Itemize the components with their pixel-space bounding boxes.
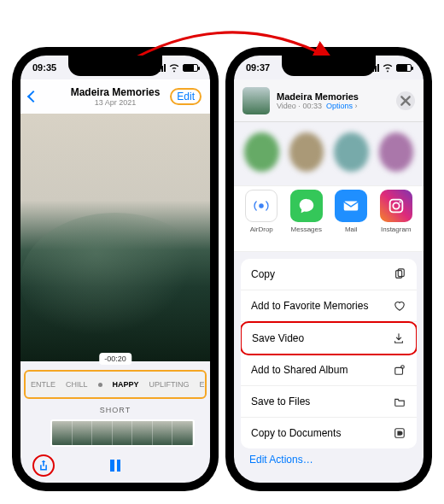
svg-point-0 (260, 203, 265, 208)
action-label: Copy (251, 268, 275, 280)
folder-icon (393, 395, 406, 408)
action-label: Copy to Documents (251, 427, 341, 439)
contact-3[interactable] (334, 132, 369, 172)
shared-album-icon (393, 363, 406, 377)
close-icon (400, 95, 412, 107)
mood-happy[interactable]: HAPPY (113, 380, 139, 389)
documents-app-icon (393, 426, 406, 440)
share-title: Madeira Memories (277, 91, 389, 102)
contact-1[interactable] (244, 132, 279, 172)
back-chevron-icon[interactable] (27, 91, 39, 103)
edit-actions-link[interactable]: Edit Actions… (249, 454, 313, 466)
duration-label: SHORT (20, 406, 210, 414)
svg-rect-7 (395, 367, 403, 374)
mail-icon (342, 196, 360, 215)
app-airdrop[interactable]: AirDrop (239, 190, 283, 248)
mood-strip[interactable]: ENTLE CHILL HAPPY UPLIFTING EPIC C (24, 370, 207, 399)
notch (68, 56, 162, 76)
messages-icon (297, 196, 316, 215)
app-instagram[interactable]: Instagram (374, 190, 418, 248)
share-subtitle: Video · 00:33 Options › (277, 102, 389, 110)
action-label: Save Video (252, 332, 304, 344)
app-label: Mail (345, 226, 358, 233)
mood-gentle[interactable]: ENTLE (31, 380, 56, 389)
svg-point-4 (399, 201, 400, 202)
share-duration: 00:33 (302, 102, 322, 110)
airdrop-icon (252, 196, 271, 215)
wifi-icon (382, 62, 394, 73)
app-messages[interactable]: Messages (284, 190, 329, 248)
mood-chill[interactable]: CHILL (66, 380, 88, 389)
status-time: 09:37 (246, 62, 270, 73)
action-list: Copy Add to Favorite Memories Save Video… (241, 259, 417, 448)
action-save-files[interactable]: Save to Files (241, 386, 417, 418)
screen-left: 09:35 Madeira Memories 13 Apr 2021 Edit … (20, 56, 210, 483)
close-button[interactable] (396, 91, 415, 110)
contact-row[interactable] (234, 126, 424, 182)
heart-icon (393, 299, 406, 313)
memory-photo[interactable] (20, 114, 210, 361)
screen-right: 09:37 Madeira Memories Video · 00:33 Opt… (234, 56, 424, 483)
copy-icon (393, 267, 406, 281)
mood-uplifting[interactable]: UPLIFTING (149, 380, 190, 389)
share-type: Video (277, 102, 296, 110)
wifi-icon (168, 62, 180, 73)
mood-dot-icon (98, 383, 102, 387)
share-icon (38, 460, 50, 472)
phone-right: 09:37 Madeira Memories Video · 00:33 Opt… (225, 47, 432, 491)
action-shared-album[interactable]: Add to Shared Album (241, 355, 417, 386)
action-label: Add to Shared Album (251, 364, 348, 376)
contact-2[interactable] (289, 132, 324, 172)
app-label: Instagram (381, 226, 412, 233)
pause-button[interactable] (110, 460, 120, 472)
mood-epic[interactable]: EPIC (200, 380, 207, 389)
phone-left: 09:35 Madeira Memories 13 Apr 2021 Edit … (12, 47, 219, 491)
status-time: 09:35 (32, 62, 56, 73)
action-save-video[interactable]: Save Video (241, 321, 417, 355)
download-icon (392, 331, 406, 345)
action-copy-documents[interactable]: Copy to Documents (241, 418, 417, 448)
edit-button[interactable]: Edit (170, 88, 202, 105)
app-label: AirDrop (250, 226, 273, 233)
battery-icon (396, 64, 412, 72)
playback-bar (20, 448, 210, 483)
svg-point-3 (393, 202, 399, 208)
svg-rect-1 (344, 202, 359, 211)
time-remaining: -00:20 (99, 353, 131, 365)
app-label: Messages (291, 226, 322, 233)
contact-4[interactable] (379, 132, 414, 172)
action-label: Save to Files (251, 396, 310, 407)
action-favorite[interactable]: Add to Favorite Memories (241, 290, 417, 322)
thumbnail (242, 87, 270, 114)
svg-point-8 (401, 366, 405, 369)
action-label: Add to Favorite Memories (251, 300, 368, 312)
notch (282, 56, 376, 76)
battery-icon (183, 64, 198, 72)
action-copy[interactable]: Copy (241, 259, 417, 290)
app-row: AirDrop Messages Mail Instagram (234, 185, 424, 252)
share-header: Madeira Memories Video · 00:33 Options › (234, 79, 424, 122)
filmstrip[interactable] (50, 419, 195, 447)
share-button[interactable] (32, 454, 55, 477)
nav-bar: Madeira Memories 13 Apr 2021 Edit (20, 79, 210, 114)
options-link[interactable]: Options (326, 102, 353, 110)
instagram-icon (387, 196, 406, 215)
app-mail[interactable]: Mail (329, 190, 373, 248)
